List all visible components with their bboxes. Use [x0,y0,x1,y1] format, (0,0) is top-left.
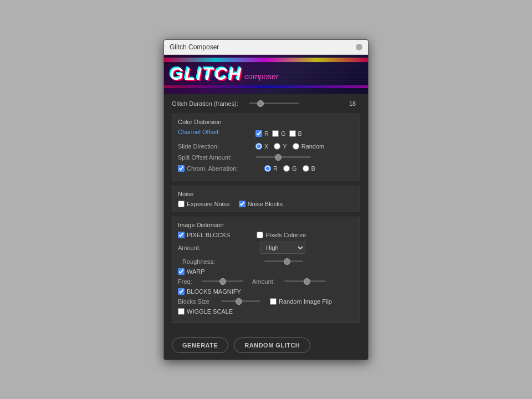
noise-blocks-label[interactable]: Noise Blocks [239,201,283,207]
glitch-duration-label: Glitch Duration (frames): [172,100,249,107]
chrom-g-label[interactable]: G [283,165,297,172]
exposure-noise-text: Exposure Noise [187,201,230,207]
chrom-aberration-radios: R G B [264,165,315,172]
channel-offset-checkboxes: R G B [255,130,302,137]
glitch-duration-slider[interactable] [249,103,299,104]
amount2-label: Amount: [252,278,280,285]
wiggle-scale-label[interactable]: WIGGLE SCALE [178,308,233,315]
image-distorsion-panel: Image Distorsion PIXEL BLOCKS Pixels Col… [172,217,360,323]
wiggle-scale-text: WIGGLE SCALE [187,308,233,315]
chrom-g-radio[interactable] [283,165,290,172]
chrom-b-label[interactable]: B [303,165,315,172]
freq-slider[interactable] [202,280,243,282]
chrom-aberration-checkbox-label[interactable] [178,165,185,172]
split-offset-row: Split Offset Amount: [178,154,354,161]
split-offset-slider-container [255,156,354,158]
channel-g-checkbox[interactable] [272,130,279,137]
generate-button[interactable]: GENERATE [172,337,228,353]
blocks-magnify-row: BLOCKS MAGNIFY [178,288,354,295]
chrom-r-label[interactable]: R [264,165,278,172]
roughness-label: Roughness: [182,258,260,265]
random-image-flip-label[interactable]: Random Image Flip [270,298,332,305]
banner-title: GLITCH [170,64,242,84]
wiggle-scale-row: WIGGLE SCALE [178,308,354,315]
glitch-bar-bottom [164,85,368,88]
chrom-r-radio[interactable] [264,165,271,172]
glitch-bar-top [164,58,368,62]
noise-panel: Noise Exposure Noise Noise Blocks [172,186,360,212]
warp-row: WARP [178,268,354,275]
color-distorsion-panel: Color Distorsion Channel Offset: R G B [172,114,360,181]
slide-x-radio[interactable] [255,143,262,150]
blocks-magnify-text: BLOCKS MAGNIFY [187,288,241,295]
title-bar: Glitch Composer [164,40,368,55]
blocks-size-slider[interactable] [221,300,260,302]
glitch-duration-row: Glitch Duration (frames): 18 [172,99,360,108]
glitch-duration-value: 18 [349,100,360,107]
channel-g-label[interactable]: G [272,130,286,137]
exposure-noise-checkbox[interactable] [178,201,185,207]
color-distorsion-title: Color Distorsion [178,119,354,125]
pixels-colorize-text: Pixels Colorize [265,232,306,238]
channel-r-label[interactable]: R [255,130,269,137]
amount-roughness-row: Amount: Low Medium High Very High Roughn… [178,242,354,265]
banner-subtitle: composer [244,72,278,81]
slide-y-label[interactable]: Y [274,143,287,150]
noise-title: Noise [178,191,354,197]
slide-direction-radios: X Y Random [255,143,324,150]
image-distorsion-title: Image Distorsion [178,222,354,228]
blocks-size-label: Blocks Size [178,298,217,305]
channel-r-checkbox[interactable] [255,130,262,137]
chrom-aberration-checkbox[interactable] [178,165,185,172]
warp-text: WARP [187,268,205,275]
close-button[interactable] [356,44,362,50]
pixel-blocks-label[interactable]: PIXEL BLOCKS [178,232,230,238]
exposure-noise-label[interactable]: Exposure Noise [178,201,230,207]
window-title: Glitch Composer [170,43,219,51]
pixel-blocks-text: PIXEL BLOCKS [187,232,230,238]
channel-offset-row: Channel Offset: R G B [178,129,354,139]
slide-x-label[interactable]: X [255,143,268,150]
noise-checkboxes: Exposure Noise Noise Blocks [178,201,354,207]
amount2-slider[interactable] [284,280,326,282]
noise-blocks-checkbox[interactable] [239,201,245,207]
slide-direction-row: Slide Direction: X Y Random [178,143,354,150]
blocks-size-row: Blocks Size Random Image Flip [178,298,354,305]
chrom-b-radio[interactable] [303,165,309,172]
content-area: Glitch Duration (frames): 18 Color Disto… [164,94,368,333]
buttons-row: GENERATE RANDOM GLITCH [164,333,368,360]
noise-blocks-text: Noise Blocks [248,201,283,207]
slide-y-radio[interactable] [274,143,280,150]
amount-dropdown[interactable]: Low Medium High Very High [260,242,305,254]
channel-b-checkbox[interactable] [289,130,296,137]
random-glitch-button[interactable]: RANDOM GLITCH [234,337,310,353]
random-image-flip-text: Random Image Flip [279,298,332,305]
pixel-blocks-checkbox[interactable] [178,232,185,238]
main-window: Glitch Composer GLITCH composer Glitch D… [163,39,369,360]
freq-amount-row: Freq: Amount: [178,278,354,285]
pixels-colorize-checkbox[interactable] [257,232,263,238]
slide-random-radio[interactable] [293,143,299,150]
chrom-aberration-row: Chrom. Aberration: R G B [178,165,354,172]
warp-label[interactable]: WARP [178,268,205,275]
warp-checkbox[interactable] [178,268,185,275]
random-image-flip-checkbox[interactable] [270,298,277,305]
wiggle-scale-checkbox[interactable] [178,308,185,315]
channel-offset-label: Channel Offset: [178,129,255,135]
pixel-blocks-row: PIXEL BLOCKS Pixels Colorize [178,232,354,238]
split-offset-label: Split Offset Amount: [178,154,255,161]
slide-direction-label: Slide Direction: [178,143,255,150]
pixels-colorize-label[interactable]: Pixels Colorize [257,232,306,238]
freq-label: Freq: [178,278,197,285]
chrom-aberration-label: Chrom. Aberration: [187,165,264,172]
channel-b-label[interactable]: B [289,130,302,137]
blocks-magnify-label[interactable]: BLOCKS MAGNIFY [178,288,241,295]
split-offset-slider[interactable] [255,156,311,158]
roughness-slider[interactable] [264,260,303,262]
amount-label: Amount: [178,244,255,251]
slide-random-label[interactable]: Random [293,143,325,150]
blocks-magnify-checkbox[interactable] [178,288,185,295]
banner: GLITCH composer [164,55,368,94]
glitch-duration-slider-container [249,103,346,104]
